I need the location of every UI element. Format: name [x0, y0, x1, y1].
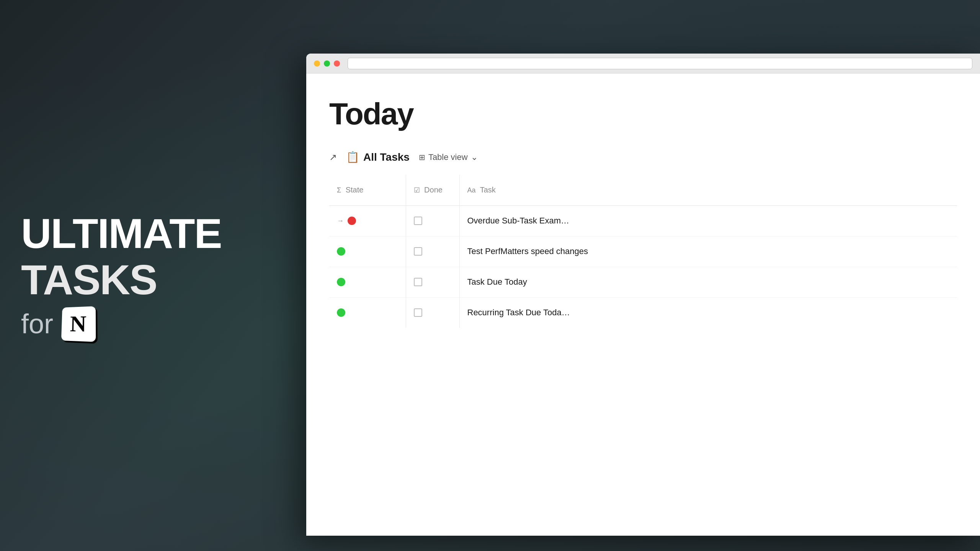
hero-title: ULTIMATE TASKS: [21, 210, 289, 303]
state-dot-1: [348, 217, 356, 225]
task-column-label: Task: [480, 186, 496, 194]
tasks-emoji: 📋: [346, 151, 359, 163]
browser-titlebar: [306, 54, 980, 73]
done-cell-3: [406, 267, 459, 297]
col-header-task: Aa Task: [459, 175, 957, 205]
state-dot-4: [337, 308, 345, 317]
done-cell-4: [406, 297, 459, 328]
hero-title-line1: ULTIMATE: [21, 210, 222, 257]
chevron-down-icon: ⌄: [471, 152, 478, 162]
hero-for-text: for: [21, 308, 53, 339]
all-tasks-label: 📋 All Tasks: [346, 151, 410, 163]
state-cell-1: →: [329, 205, 406, 236]
table-icon: ⊞: [419, 153, 425, 162]
tasks-table: Σ State ☑ Done Aa Task: [329, 175, 957, 328]
done-checkbox-2[interactable]: [414, 247, 422, 256]
table-row: Recurring Task Due Toda…: [329, 297, 957, 328]
state-arrow-icon-1: →: [337, 217, 344, 225]
task-cell-1: Overdue Sub-Task Exam…: [459, 205, 957, 236]
tasks-label-text: All Tasks: [363, 151, 410, 163]
done-checkbox-1[interactable]: [414, 217, 422, 225]
tasks-toolbar: ↗ 📋 All Tasks ⊞ Table view ⌄: [329, 151, 957, 163]
state-cell-3: [329, 267, 406, 297]
task-name-4: Recurring Task Due Toda…: [467, 308, 570, 317]
hero-subtitle: for N: [21, 306, 289, 341]
state-dot-2: [337, 247, 345, 256]
state-dot-3: [337, 278, 345, 286]
notion-icon: N: [61, 306, 96, 342]
task-name-1: Overdue Sub-Task Exam…: [467, 216, 570, 225]
browser-window: Today ↗ 📋 All Tasks ⊞ Table view ⌄ Σ Sta…: [306, 54, 980, 536]
state-cell-4: [329, 297, 406, 328]
traffic-light-maximize[interactable]: [324, 60, 330, 67]
task-name-2: Test PerfMatters speed changes: [467, 246, 588, 256]
browser-addressbar[interactable]: [348, 58, 972, 69]
state-column-label: State: [346, 186, 364, 194]
table-view-button[interactable]: ⊞ Table view ⌄: [419, 152, 478, 162]
page-title: Today: [329, 96, 957, 132]
toolbar-arrow-icon: ↗: [329, 152, 337, 163]
task-cell-2: Test PerfMatters speed changes: [459, 236, 957, 267]
hero-section: ULTIMATE TASKS for N: [21, 210, 289, 341]
state-column-icon: Σ: [337, 186, 341, 194]
task-cell-4: Recurring Task Due Toda…: [459, 297, 957, 328]
table-row: → Overdue Sub-Task Exam…: [329, 205, 957, 236]
done-checkbox-3[interactable]: [414, 278, 422, 286]
task-column-icon: Aa: [467, 186, 476, 194]
table-view-label: Table view: [428, 152, 468, 162]
table-row: Task Due Today: [329, 267, 957, 297]
done-column-icon: ☑: [414, 186, 420, 194]
content-area: Today ↗ 📋 All Tasks ⊞ Table view ⌄ Σ Sta…: [306, 73, 980, 536]
done-column-label: Done: [424, 186, 443, 194]
col-header-state: Σ State: [329, 175, 406, 205]
done-cell-2: [406, 236, 459, 267]
traffic-light-minimize[interactable]: [314, 60, 320, 67]
done-checkbox-4[interactable]: [414, 308, 422, 317]
col-header-done: ☑ Done: [406, 175, 459, 205]
task-cell-3: Task Due Today: [459, 267, 957, 297]
table-header-row: Σ State ☑ Done Aa Task: [329, 175, 957, 205]
table-row: Test PerfMatters speed changes: [329, 236, 957, 267]
traffic-light-close[interactable]: [334, 60, 340, 67]
hero-title-line2: TASKS: [21, 256, 157, 303]
task-name-3: Task Due Today: [467, 277, 527, 287]
done-cell-1: [406, 205, 459, 236]
state-cell-2: [329, 236, 406, 267]
